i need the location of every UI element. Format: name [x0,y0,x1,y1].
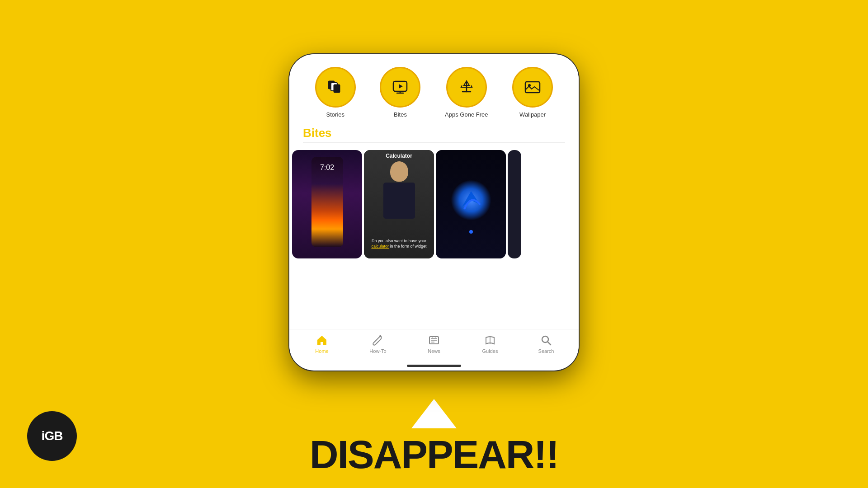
igb-logo: iGB [27,411,77,461]
phone-wrapper: Stories Bites [289,54,579,398]
icon-item-wallpaper[interactable]: Wallpaper [512,67,553,118]
wrench-icon [372,334,384,347]
bottom-nav: Home How-To [289,329,579,363]
section-divider [303,142,565,143]
home-indicator [407,365,461,367]
chevron-area [407,394,461,432]
card-4 [508,150,521,258]
how-to-nav-label: How-To [369,348,386,354]
card-4-content [508,150,521,258]
wallpaper-label: Wallpaper [519,111,546,118]
home-nav-icon [316,334,328,347]
home-nav-label: Home [315,348,328,354]
search-icon [540,334,552,347]
section-title: Bites [303,126,332,140]
svg-line-20 [547,342,551,345]
how-to-nav-icon [372,334,384,347]
news-nav-icon [428,334,440,347]
bites-icon-circle [380,67,420,108]
card-2[interactable]: Calculator Do you also want to have your… [364,150,434,258]
search-nav-icon [540,334,552,347]
nav-item-news[interactable]: News [420,334,448,354]
card-1-content: 7:02 [292,150,362,258]
card-3-glow [451,180,491,221]
phone-screen: Stories Bites [289,54,579,371]
section-heading: Bites [289,122,579,146]
wallpaper-icon-circle [512,67,553,108]
card-3-dot [469,230,473,234]
nav-item-guides[interactable]: Guides [476,334,504,354]
phone-device: Stories Bites [289,54,579,371]
stories-label: Stories [326,111,344,118]
card-2-title: Calculator [386,153,412,159]
apps-gone-free-icon [457,77,476,97]
bites-label: Bites [394,111,407,118]
nav-item-how-to[interactable]: How-To [364,334,392,354]
guides-icon [484,334,496,347]
svg-marker-21 [411,399,457,428]
card-2-head [390,161,408,182]
card-3-watch-glow [451,180,491,221]
svg-marker-4 [399,84,403,89]
card-2-content: Calculator Do you also want to have your… [364,150,434,258]
card-2-body [383,183,415,219]
icon-item-bites[interactable]: Bites [380,67,420,118]
news-icon [428,334,440,347]
nav-item-search[interactable]: Search [533,334,560,354]
guides-nav-label: Guides [482,348,498,354]
icon-item-apps-gone-free[interactable]: Apps Gone Free [445,67,488,118]
home-icon [316,334,328,347]
apps-gone-free-icon-circle [446,67,487,108]
card-3-icon [451,180,491,221]
card-1-time: 7:02 [311,157,343,172]
icons-row: Stories Bites [289,54,579,122]
card-2-subtitle: Do you also want to have your calculator… [367,238,431,249]
disappear-text: DISAPPEAR!! [310,435,558,474]
apps-gone-free-label: Apps Gone Free [445,111,488,118]
nav-item-home[interactable]: Home [308,334,335,354]
card-3-content [436,150,506,258]
news-nav-label: News [428,348,440,354]
card-1[interactable]: 7:02 [292,150,362,258]
bottom-area: DISAPPEAR!! [310,394,558,474]
svg-rect-2 [334,84,340,93]
search-nav-label: Search [538,348,554,354]
icon-item-stories[interactable]: Stories [315,67,356,118]
cards-row: 7:02 Calculator [289,146,579,329]
igb-logo-text: iGB [42,429,63,443]
svg-point-11 [379,335,381,337]
bites-icon [390,77,410,97]
stories-icon-circle [315,67,356,108]
card-3[interactable] [436,150,506,258]
stories-icon [326,77,345,97]
chevron-up-icon [407,394,461,431]
wallpaper-icon [523,77,542,97]
card-1-phone-bg: 7:02 [311,157,343,247]
guides-nav-icon [484,334,496,347]
